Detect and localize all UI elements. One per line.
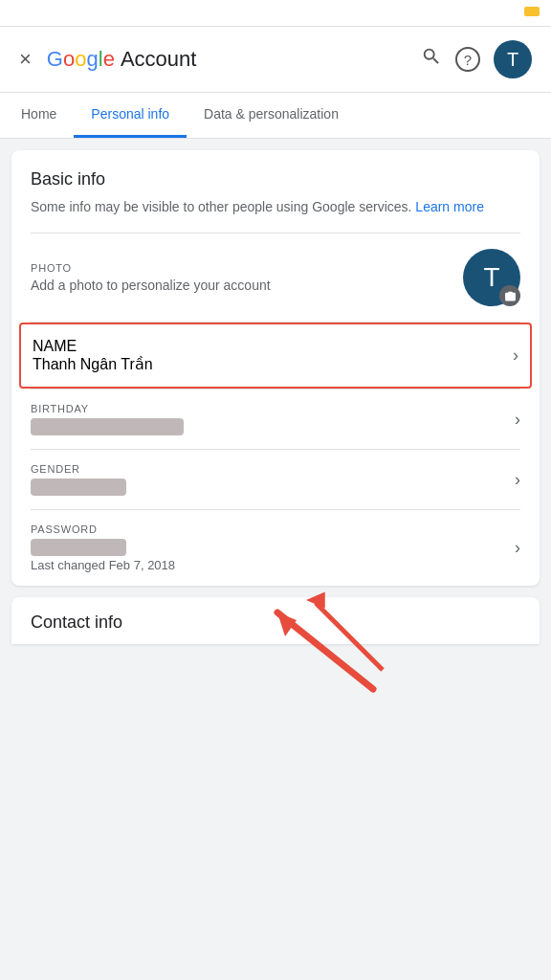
status-bar <box>0 0 551 23</box>
password-last-changed: Last changed Feb 7, 2018 <box>31 556 515 572</box>
contact-info-card: Contact info <box>11 597 540 644</box>
basic-info-desc-text: Some info may be visible to other people… <box>31 199 411 214</box>
help-icon[interactable]: ? <box>455 47 480 72</box>
camera-icon <box>499 285 520 306</box>
name-row[interactable]: NAME Thanh Ngân Trần › <box>21 324 530 387</box>
header: × Google Account ? T <box>0 27 551 93</box>
birthday-info: BIRTHDAY <box>31 403 515 435</box>
google-letter-o2: o <box>75 47 86 72</box>
google-account-logo: Google Account <box>47 47 406 72</box>
photo-info: PHOTO Add a photo to personalize your ac… <box>31 262 271 293</box>
password-chevron-icon: › <box>515 538 520 558</box>
basic-info-title: Basic info <box>11 169 540 197</box>
gender-label: GENDER <box>31 463 515 475</box>
password-value <box>31 539 126 556</box>
name-label: NAME <box>33 338 513 355</box>
avatar[interactable]: T <box>494 40 532 78</box>
tab-data-personalization[interactable]: Data & personalization <box>187 93 356 138</box>
basic-info-desc: Some info may be visible to other people… <box>11 197 540 233</box>
status-indicator <box>524 7 540 16</box>
basic-info-card: Basic info Some info may be visible to o… <box>11 150 540 586</box>
birthday-label: BIRTHDAY <box>31 403 515 414</box>
birthday-row[interactable]: BIRTHDAY › <box>11 390 540 449</box>
name-info: NAME Thanh Ngân Trần <box>33 338 513 373</box>
gender-chevron-icon: › <box>515 470 520 490</box>
tab-home[interactable]: Home <box>4 93 74 138</box>
learn-more-link[interactable]: Learn more <box>415 199 484 214</box>
photo-value: Add a photo to personalize your account <box>31 278 271 293</box>
birthday-value <box>31 418 184 435</box>
tab-personal-info[interactable]: Personal info <box>74 93 187 138</box>
gender-info: GENDER <box>31 463 515 496</box>
password-label: PASSWORD <box>31 523 515 535</box>
account-text: Account <box>121 47 197 72</box>
google-letter-g2: g <box>86 47 98 72</box>
photo-label: PHOTO <box>31 262 271 274</box>
photo-row[interactable]: PHOTO Add a photo to personalize your ac… <box>11 234 540 322</box>
header-icons: ? T <box>421 40 532 78</box>
google-letter-o1: o <box>63 47 75 72</box>
main-content: Basic info Some info may be visible to o… <box>0 139 551 656</box>
tabs-bar: Home Personal info Data & personalizatio… <box>0 93 551 139</box>
name-row-wrapper: NAME Thanh Ngân Trần › <box>19 323 532 389</box>
gender-value <box>31 479 126 496</box>
close-button[interactable]: × <box>19 49 32 70</box>
photo-avatar-wrapper[interactable]: T <box>463 249 520 306</box>
password-row[interactable]: PASSWORD Last changed Feb 7, 2018 › <box>11 510 540 586</box>
search-icon[interactable] <box>421 46 442 73</box>
contact-info-title: Contact info <box>31 612 520 636</box>
birthday-chevron-icon: › <box>515 410 520 430</box>
name-chevron-icon: › <box>513 345 518 366</box>
google-letter-e: e <box>103 47 115 72</box>
password-info: PASSWORD Last changed Feb 7, 2018 <box>31 523 515 572</box>
gender-row[interactable]: GENDER › <box>11 450 540 509</box>
name-value: Thanh Ngân Trần <box>33 355 513 373</box>
google-letter-g: G <box>47 47 63 72</box>
